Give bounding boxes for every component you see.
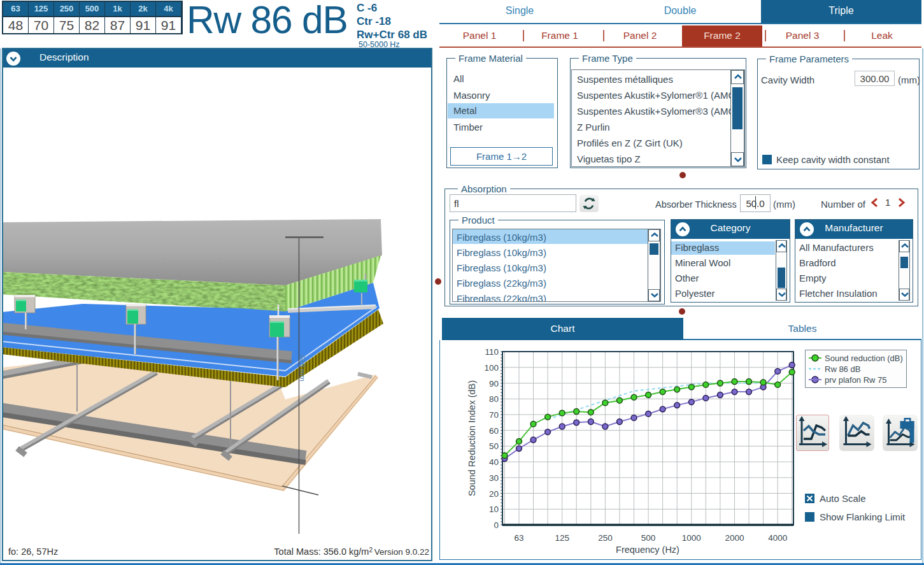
svg-text:50: 50 [489, 441, 499, 451]
svg-text:80: 80 [489, 394, 499, 404]
svg-text:Sound Reduction Index (dB): Sound Reduction Index (dB) [467, 380, 477, 496]
svg-text:1000: 1000 [682, 533, 701, 543]
svg-text:63: 63 [514, 533, 523, 543]
svg-text:100: 100 [484, 363, 499, 373]
svg-text:Frequency (Hz): Frequency (Hz) [616, 545, 679, 555]
svg-text:60: 60 [489, 426, 499, 436]
svg-text:10: 10 [489, 504, 499, 514]
svg-text:70: 70 [489, 410, 499, 420]
svg-text:90: 90 [489, 379, 499, 389]
svg-text:30: 30 [489, 473, 499, 483]
svg-text:250: 250 [598, 533, 613, 543]
svg-text:40: 40 [489, 457, 499, 467]
svg-text:prv plafon Rw 75: prv plafon Rw 75 [825, 375, 887, 385]
svg-text:Rw 86 dB: Rw 86 dB [825, 364, 860, 374]
svg-text:Sound reduction (dB): Sound reduction (dB) [825, 354, 903, 363]
svg-text:688 mm: 688 mm [299, 355, 306, 382]
svg-text:4000: 4000 [768, 533, 787, 543]
svg-text:0: 0 [494, 520, 499, 530]
svg-text:125: 125 [555, 533, 569, 543]
svg-text:20: 20 [489, 489, 499, 499]
svg-text:110: 110 [485, 347, 499, 357]
svg-text:500: 500 [641, 533, 656, 543]
svg-text:2000: 2000 [725, 533, 744, 543]
